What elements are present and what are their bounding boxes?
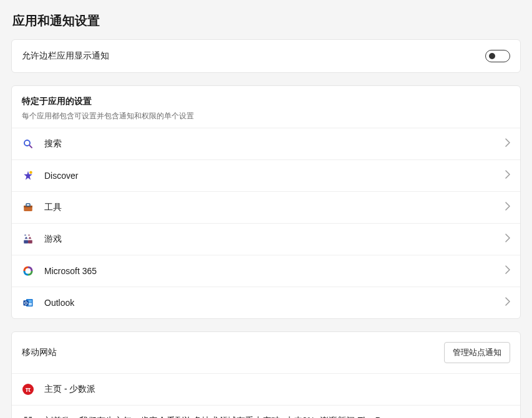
tools-icon — [22, 201, 34, 214]
app-label: 游戏 — [44, 234, 505, 245]
chevron-right-icon — [505, 202, 510, 213]
chevron-right-icon — [505, 138, 510, 150]
svg-line-1 — [29, 145, 32, 148]
chevron-right-icon — [505, 170, 510, 181]
app-specific-settings-card: 特定于应用的设置 每个应用都包含可设置并包含通知和权限的单个设置 搜索 Disc… — [11, 85, 521, 319]
app-row-outlook[interactable]: O Outlook — [12, 287, 520, 318]
svg-rect-5 — [26, 204, 30, 206]
app-section-title: 特定于应用的设置 — [22, 96, 510, 107]
app-label: Outlook — [44, 298, 505, 308]
mobile-sites-card: 移动网站 管理站点通知 π 主页 - 少数派 刘慈欣：我们有生之年，肯定会看到许… — [11, 331, 521, 418]
site-row-sspai[interactable]: π 主页 - 少数派 — [12, 373, 520, 405]
app-row-m365[interactable]: Microsoft 365 — [12, 255, 520, 287]
page-title: 应用和通知设置 — [0, 0, 532, 39]
mobile-section-title: 移动网站 — [22, 347, 57, 358]
app-row-search[interactable]: 搜索 — [12, 128, 520, 159]
toggle-label: 允许边栏应用显示通知 — [22, 50, 109, 62]
sidebar-notifications-toggle-row: 允许边栏应用显示通知 — [12, 40, 520, 72]
discover-icon — [22, 169, 34, 182]
svg-rect-6 — [24, 240, 28, 244]
toggle-knob — [489, 53, 495, 59]
app-row-games[interactable]: 游戏 — [12, 223, 520, 255]
search-icon — [22, 138, 34, 150]
chevron-right-icon — [505, 265, 510, 277]
site-label: 刘慈欣：我们有生之年，肯定会看到许多技术领域有重大突破_未来2%_澎湃新闻-Th… — [44, 416, 510, 418]
svg-text:O: O — [24, 301, 27, 305]
app-label: Discover — [44, 171, 505, 181]
svg-point-2 — [29, 171, 32, 174]
site-row-thepaper[interactable]: 刘慈欣：我们有生之年，肯定会看到许多技术领域有重大突破_未来2%_澎湃新闻-Th… — [12, 405, 520, 418]
mobile-section-header: 移动网站 管理站点通知 — [12, 332, 520, 373]
app-row-discover[interactable]: Discover — [12, 159, 520, 191]
thepaper-icon — [22, 415, 34, 418]
games-icon — [22, 233, 34, 245]
app-label: Microsoft 365 — [44, 266, 505, 276]
app-label: 搜索 — [44, 138, 505, 150]
chevron-right-icon — [505, 234, 510, 245]
sidebar-notifications-toggle[interactable] — [485, 50, 510, 62]
app-section-subtitle: 每个应用都包含可设置并包含通知和权限的单个设置 — [22, 111, 510, 121]
app-label: 工具 — [44, 202, 505, 213]
site-label: 主页 - 少数派 — [44, 384, 510, 395]
app-row-tools[interactable]: 工具 — [12, 191, 520, 223]
svg-rect-7 — [28, 240, 32, 244]
app-section-header: 特定于应用的设置 每个应用都包含可设置并包含通知和权限的单个设置 — [12, 86, 520, 128]
manage-site-notifications-button[interactable]: 管理站点通知 — [444, 342, 510, 363]
sspai-icon: π — [22, 383, 34, 396]
m365-icon — [22, 265, 34, 277]
outlook-icon: O — [22, 297, 34, 309]
chevron-right-icon — [505, 297, 510, 308]
notifications-toggle-card: 允许边栏应用显示通知 — [11, 39, 521, 73]
